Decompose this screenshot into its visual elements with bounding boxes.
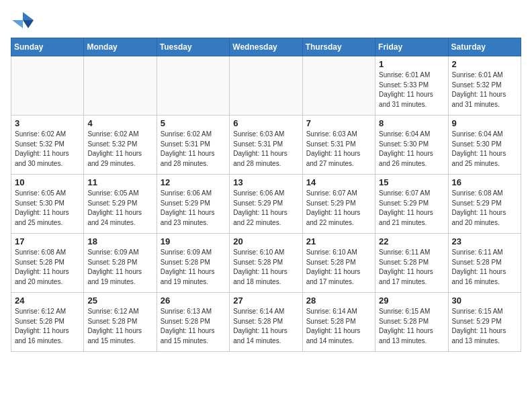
day-number: 21 — [306, 236, 371, 246]
day-info: Sunrise: 6:02 AM Sunset: 5:31 PM Dayligh… — [161, 130, 226, 169]
calendar-cell: 2Sunrise: 6:01 AM Sunset: 5:32 PM Daylig… — [448, 56, 521, 116]
day-number: 30 — [452, 295, 517, 306]
day-info: Sunrise: 6:03 AM Sunset: 5:31 PM Dayligh… — [233, 130, 298, 169]
day-info: Sunrise: 6:03 AM Sunset: 5:31 PM Dayligh… — [306, 130, 371, 169]
calendar-cell: 15Sunrise: 6:07 AM Sunset: 5:29 PM Dayli… — [375, 175, 448, 234]
day-number: 6 — [233, 118, 298, 128]
day-number: 2 — [452, 59, 517, 69]
weekday-header-saturday: Saturday — [448, 38, 521, 56]
calendar-week-1: 1Sunrise: 6:01 AM Sunset: 5:33 PM Daylig… — [11, 56, 521, 116]
day-info: Sunrise: 6:09 AM Sunset: 5:28 PM Dayligh… — [87, 248, 152, 287]
calendar-cell: 18Sunrise: 6:09 AM Sunset: 5:28 PM Dayli… — [84, 234, 157, 293]
day-info: Sunrise: 6:15 AM Sunset: 5:29 PM Dayligh… — [452, 307, 517, 346]
day-info: Sunrise: 6:14 AM Sunset: 5:28 PM Dayligh… — [233, 307, 298, 346]
calendar-cell — [302, 56, 375, 116]
day-info: Sunrise: 6:05 AM Sunset: 5:29 PM Dayligh… — [87, 189, 152, 228]
day-info: Sunrise: 6:08 AM Sunset: 5:28 PM Dayligh… — [15, 248, 80, 287]
calendar-cell: 28Sunrise: 6:14 AM Sunset: 5:28 PM Dayli… — [302, 293, 375, 352]
day-number: 3 — [15, 118, 80, 128]
calendar-cell — [11, 56, 84, 116]
day-number: 28 — [306, 295, 371, 306]
svg-marker-0 — [23, 12, 34, 20]
calendar-cell: 5Sunrise: 6:02 AM Sunset: 5:31 PM Daylig… — [157, 116, 229, 175]
day-info: Sunrise: 6:05 AM Sunset: 5:30 PM Dayligh… — [15, 189, 80, 228]
calendar-cell: 25Sunrise: 6:12 AM Sunset: 5:28 PM Dayli… — [84, 293, 157, 352]
calendar-cell: 19Sunrise: 6:09 AM Sunset: 5:28 PM Dayli… — [157, 234, 229, 293]
calendar-cell — [157, 56, 229, 116]
day-info: Sunrise: 6:10 AM Sunset: 5:28 PM Dayligh… — [306, 248, 371, 287]
weekday-header-wednesday: Wednesday — [230, 38, 302, 56]
day-number: 1 — [379, 59, 444, 69]
weekday-header-thursday: Thursday — [302, 38, 375, 56]
day-number: 26 — [161, 295, 226, 306]
day-number: 10 — [15, 177, 80, 187]
day-number: 17 — [15, 236, 80, 246]
day-number: 16 — [452, 177, 517, 187]
day-info: Sunrise: 6:14 AM Sunset: 5:28 PM Dayligh… — [306, 307, 371, 346]
calendar-cell — [84, 56, 157, 116]
calendar-cell: 6Sunrise: 6:03 AM Sunset: 5:31 PM Daylig… — [230, 116, 302, 175]
day-number: 11 — [87, 177, 152, 187]
calendar-cell — [230, 56, 302, 116]
calendar-cell: 9Sunrise: 6:04 AM Sunset: 5:30 PM Daylig… — [448, 116, 521, 175]
calendar-cell: 16Sunrise: 6:08 AM Sunset: 5:29 PM Dayli… — [448, 175, 521, 234]
calendar-cell: 12Sunrise: 6:06 AM Sunset: 5:29 PM Dayli… — [157, 175, 229, 234]
calendar-cell: 17Sunrise: 6:08 AM Sunset: 5:28 PM Dayli… — [11, 234, 84, 293]
calendar-cell: 14Sunrise: 6:07 AM Sunset: 5:29 PM Dayli… — [302, 175, 375, 234]
weekday-header-sunday: Sunday — [11, 38, 84, 56]
day-info: Sunrise: 6:09 AM Sunset: 5:28 PM Dayligh… — [161, 248, 226, 287]
day-info: Sunrise: 6:13 AM Sunset: 5:28 PM Dayligh… — [161, 307, 226, 346]
calendar-cell: 7Sunrise: 6:03 AM Sunset: 5:31 PM Daylig… — [302, 116, 375, 175]
day-info: Sunrise: 6:11 AM Sunset: 5:28 PM Dayligh… — [379, 248, 444, 287]
calendar-cell: 23Sunrise: 6:11 AM Sunset: 5:28 PM Dayli… — [448, 234, 521, 293]
svg-marker-2 — [12, 20, 23, 28]
day-info: Sunrise: 6:15 AM Sunset: 5:28 PM Dayligh… — [379, 307, 444, 346]
weekday-header-friday: Friday — [375, 38, 448, 56]
day-info: Sunrise: 6:08 AM Sunset: 5:29 PM Dayligh… — [452, 189, 517, 228]
calendar-cell: 1Sunrise: 6:01 AM Sunset: 5:33 PM Daylig… — [375, 56, 448, 116]
weekday-header-tuesday: Tuesday — [157, 38, 229, 56]
logo — [11, 11, 38, 30]
day-info: Sunrise: 6:12 AM Sunset: 5:28 PM Dayligh… — [87, 307, 152, 346]
day-number: 27 — [233, 295, 298, 306]
day-number: 8 — [379, 118, 444, 128]
day-info: Sunrise: 6:06 AM Sunset: 5:29 PM Dayligh… — [161, 189, 226, 228]
calendar-cell: 24Sunrise: 6:12 AM Sunset: 5:28 PM Dayli… — [11, 293, 84, 352]
calendar-header: SundayMondayTuesdayWednesdayThursdayFrid… — [11, 38, 521, 56]
day-info: Sunrise: 6:11 AM Sunset: 5:28 PM Dayligh… — [452, 248, 517, 287]
calendar-week-3: 10Sunrise: 6:05 AM Sunset: 5:30 PM Dayli… — [11, 175, 521, 234]
calendar-cell: 10Sunrise: 6:05 AM Sunset: 5:30 PM Dayli… — [11, 175, 84, 234]
calendar-cell: 11Sunrise: 6:05 AM Sunset: 5:29 PM Dayli… — [84, 175, 157, 234]
day-info: Sunrise: 6:04 AM Sunset: 5:30 PM Dayligh… — [379, 130, 444, 169]
day-info: Sunrise: 6:12 AM Sunset: 5:28 PM Dayligh… — [15, 307, 80, 346]
day-info: Sunrise: 6:07 AM Sunset: 5:29 PM Dayligh… — [379, 189, 444, 228]
calendar-cell: 26Sunrise: 6:13 AM Sunset: 5:28 PM Dayli… — [157, 293, 229, 352]
day-number: 24 — [15, 295, 80, 306]
day-info: Sunrise: 6:04 AM Sunset: 5:30 PM Dayligh… — [452, 130, 517, 169]
calendar-cell: 4Sunrise: 6:02 AM Sunset: 5:32 PM Daylig… — [84, 116, 157, 175]
day-info: Sunrise: 6:10 AM Sunset: 5:28 PM Dayligh… — [233, 248, 298, 287]
day-number: 9 — [452, 118, 517, 128]
day-info: Sunrise: 6:01 AM Sunset: 5:33 PM Dayligh… — [379, 71, 444, 109]
calendar-week-5: 24Sunrise: 6:12 AM Sunset: 5:28 PM Dayli… — [11, 293, 521, 352]
day-info: Sunrise: 6:02 AM Sunset: 5:32 PM Dayligh… — [87, 130, 152, 169]
day-info: Sunrise: 6:06 AM Sunset: 5:29 PM Dayligh… — [233, 189, 298, 228]
calendar-cell: 8Sunrise: 6:04 AM Sunset: 5:30 PM Daylig… — [375, 116, 448, 175]
day-number: 19 — [161, 236, 226, 246]
day-number: 22 — [379, 236, 444, 246]
calendar-cell: 30Sunrise: 6:15 AM Sunset: 5:29 PM Dayli… — [448, 293, 521, 352]
calendar-cell: 13Sunrise: 6:06 AM Sunset: 5:29 PM Dayli… — [230, 175, 302, 234]
day-number: 29 — [379, 295, 444, 306]
day-info: Sunrise: 6:01 AM Sunset: 5:32 PM Dayligh… — [452, 71, 517, 109]
weekday-header-monday: Monday — [84, 38, 157, 56]
logo-icon — [11, 11, 35, 30]
day-number: 12 — [161, 177, 226, 187]
svg-marker-1 — [23, 20, 34, 28]
day-number: 4 — [87, 118, 152, 128]
calendar-week-2: 3Sunrise: 6:02 AM Sunset: 5:32 PM Daylig… — [11, 116, 521, 175]
day-number: 13 — [233, 177, 298, 187]
day-info: Sunrise: 6:07 AM Sunset: 5:29 PM Dayligh… — [306, 189, 371, 228]
day-number: 7 — [306, 118, 371, 128]
day-number: 25 — [87, 295, 152, 306]
calendar-week-4: 17Sunrise: 6:08 AM Sunset: 5:28 PM Dayli… — [11, 234, 521, 293]
